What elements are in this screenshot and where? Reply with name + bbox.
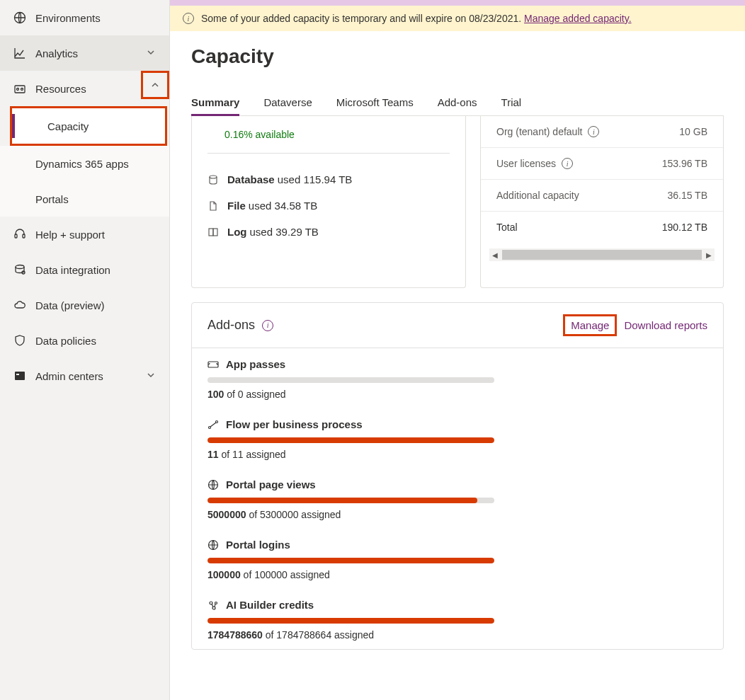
row-key: User licenses: [496, 158, 556, 169]
highlight-manage-box: Manage: [563, 314, 617, 336]
sidebar-item-help[interactable]: Help + support: [0, 217, 169, 252]
table-row-total: Total 190.12 TB: [481, 212, 723, 243]
headset-icon: [13, 227, 27, 241]
info-icon[interactable]: i: [262, 320, 273, 331]
addon-name: Flow per business process: [226, 418, 363, 430]
banner-text: Some of your added capacity is temporary…: [201, 13, 632, 24]
info-icon[interactable]: i: [588, 126, 599, 137]
svg-rect-13: [208, 362, 218, 367]
addon-name: AI Builder credits: [226, 599, 314, 611]
addon-name: Portal logins: [226, 539, 290, 551]
sidebar-item-dynamics365[interactable]: Dynamics 365 apps: [0, 146, 169, 181]
sidebar-item-analytics[interactable]: Analytics: [0, 35, 169, 71]
tab-dataverse[interactable]: Dataverse: [263, 89, 312, 115]
log-icon: [207, 226, 219, 238]
sidebar-label: Data (preview): [35, 299, 157, 311]
chevron-down-icon: [147, 371, 157, 381]
horizontal-scrollbar[interactable]: ◀ ▶: [489, 248, 715, 261]
tab-summary[interactable]: Summary: [191, 89, 239, 115]
table-row: Org (tenant) defaulti 10 GB: [481, 116, 723, 148]
scrollbar-track[interactable]: [502, 250, 702, 260]
chevron-down-icon: [147, 48, 157, 58]
progress-bar: [207, 618, 494, 624]
addons-title: Add-ons: [207, 318, 255, 333]
usage-row-log: Log used 39.29 TB: [207, 219, 450, 245]
row-value: 190.12 TB: [662, 222, 707, 233]
svg-point-10: [210, 176, 217, 178]
sidebar-item-environments[interactable]: Environments: [0, 0, 169, 35]
sidebar-label: Analytics: [35, 47, 147, 59]
sidebar: Environments Analytics Resources Capacit…: [0, 0, 170, 700]
usage-text: File used 34.58 TB: [227, 200, 317, 212]
usage-text: Database used 115.94 TB: [227, 173, 352, 185]
tab-trial[interactable]: Trial: [501, 89, 522, 115]
sidebar-item-capacity[interactable]: Capacity: [10, 106, 167, 146]
admin-icon: [13, 369, 27, 383]
ticket-icon: [207, 360, 219, 369]
addon-meta: 100 of 0 assigned: [207, 389, 707, 400]
usage-text: Log used 39.29 TB: [227, 226, 319, 238]
notification-banner: i Some of your added capacity is tempora…: [170, 6, 745, 31]
row-value: 36.15 TB: [667, 190, 707, 201]
row-value: 10 GB: [679, 126, 707, 137]
addon-meta: 5000000 of 5300000 assigned: [207, 509, 707, 520]
addons-card: Add-ons i Manage Download reports App pa…: [191, 302, 724, 650]
progress-bar: [207, 498, 494, 503]
scroll-right-icon[interactable]: ▶: [703, 251, 715, 259]
svg-point-6: [16, 265, 24, 269]
sidebar-label: Admin centers: [35, 370, 147, 382]
divider: [207, 153, 450, 154]
sidebar-item-data-preview[interactable]: Data (preview): [0, 287, 169, 323]
ai-icon: [207, 599, 219, 611]
addon-name: App passes: [226, 358, 285, 370]
available-percent: 0.16% available: [207, 129, 450, 140]
banner-message: Some of your added capacity is temporary…: [201, 13, 524, 24]
sidebar-label: Capacity: [47, 120, 152, 132]
table-row: Additional capacity 36.15 TB: [481, 180, 723, 212]
capacity-sources-card: Org (tenant) defaulti 10 GB User license…: [480, 116, 724, 288]
table-row: User licensesi 153.96 TB: [481, 148, 723, 180]
highlight-chevron-box: [141, 71, 169, 99]
progress-bar: [207, 377, 494, 383]
info-icon[interactable]: i: [562, 158, 573, 169]
svg-rect-11: [209, 229, 213, 236]
addon-name: Portal page views: [226, 478, 316, 490]
sidebar-item-admin-centers[interactable]: Admin centers: [0, 358, 169, 394]
sidebar-label: Resources: [35, 83, 157, 95]
svg-rect-9: [16, 374, 19, 375]
integration-icon: [13, 263, 27, 277]
row-key: Total: [496, 222, 518, 233]
shield-icon: [13, 333, 27, 348]
scroll-left-icon[interactable]: ◀: [489, 251, 501, 259]
addon-ai-builder: AI Builder credits 1784788660 of 1784788…: [192, 589, 723, 649]
sidebar-label: Environments: [35, 12, 157, 24]
tab-microsoft-teams[interactable]: Microsoft Teams: [336, 89, 414, 115]
flow-icon: [207, 420, 219, 430]
page-title: Capacity: [191, 45, 724, 68]
globe-icon: [207, 539, 219, 551]
tab-add-ons[interactable]: Add-ons: [438, 89, 477, 115]
accent-bar: [170, 0, 745, 6]
addon-meta: 1784788660 of 1784788664 assigned: [207, 629, 707, 641]
sidebar-label: Help + support: [35, 229, 157, 241]
sidebar-item-data-integration[interactable]: Data integration: [0, 252, 169, 287]
sidebar-item-data-policies[interactable]: Data policies: [0, 323, 169, 358]
download-reports-link[interactable]: Download reports: [624, 319, 707, 331]
cloud-icon: [13, 298, 27, 312]
row-value: 153.96 TB: [662, 158, 707, 169]
svg-point-3: [21, 88, 23, 91]
sidebar-label: Dynamics 365 apps: [35, 158, 157, 170]
sidebar-item-portals[interactable]: Portals: [0, 181, 169, 217]
manage-added-capacity-link[interactable]: Manage added capacity.: [524, 13, 632, 24]
addon-meta: 100000 of 100000 assigned: [207, 569, 707, 580]
file-icon: [207, 200, 219, 212]
globe-icon: [207, 479, 219, 490]
row-key: Additional capacity: [496, 190, 579, 201]
addons-header: Add-ons i Manage Download reports: [192, 303, 723, 348]
usage-row-database: Database used 115.94 TB: [207, 166, 450, 193]
manage-link[interactable]: Manage: [571, 319, 609, 331]
database-icon: [207, 174, 219, 185]
main: i Some of your added capacity is tempora…: [170, 0, 745, 700]
summary-panels: 0.16% available Database used 115.94 TB …: [191, 116, 724, 288]
sidebar-label: Portals: [35, 193, 157, 205]
